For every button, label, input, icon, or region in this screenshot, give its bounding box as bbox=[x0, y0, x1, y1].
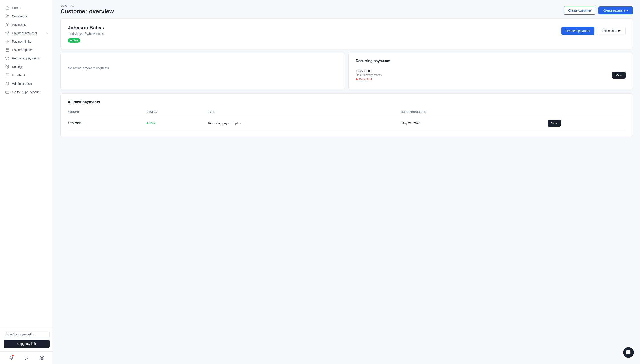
sidebar-item-payments[interactable]: Payments bbox=[0, 20, 53, 29]
page-header: SUPERPAY Customer overview Create custom… bbox=[53, 0, 640, 18]
sidebar-item-stripe-label: Go to Stripe account bbox=[12, 90, 41, 94]
past-payments-card: All past payments AMOUNT STATUS TYPE DAT… bbox=[60, 94, 633, 137]
chat-icon bbox=[626, 350, 631, 355]
sidebar-item-stripe[interactable]: Go to Stripe account bbox=[0, 88, 53, 96]
cancelled-label: Cancelled bbox=[359, 78, 372, 81]
users-icon bbox=[5, 14, 9, 18]
sidebar-item-payments-label: Payments bbox=[12, 23, 26, 26]
logout-button[interactable] bbox=[23, 354, 30, 361]
message-icon bbox=[5, 73, 9, 77]
shield-icon bbox=[5, 82, 9, 86]
svg-point-13 bbox=[41, 357, 43, 358]
view-recurring-button[interactable]: View bbox=[612, 72, 625, 78]
sidebar-item-recurring-payments[interactable]: Recurring payments bbox=[0, 54, 53, 62]
sidebar-item-administration[interactable]: Administration bbox=[0, 80, 53, 88]
cancelled-dot bbox=[356, 78, 358, 80]
col-status: STATUS bbox=[147, 109, 208, 116]
user-circle-icon bbox=[40, 356, 44, 360]
layers-icon bbox=[5, 23, 9, 27]
row-type: Recurring payment plan bbox=[208, 116, 401, 130]
customer-email: modivid221@whowlft.com bbox=[68, 32, 104, 36]
header-actions: Create customer Create payment ▾ bbox=[564, 6, 633, 15]
row-view-action: View bbox=[548, 116, 625, 130]
request-payment-button[interactable]: Request payment bbox=[561, 27, 595, 35]
past-payments-table: AMOUNT STATUS TYPE DATE PROCESSED 1.35 G… bbox=[68, 109, 625, 130]
view-payment-button[interactable]: View bbox=[548, 120, 561, 126]
sidebar-footer bbox=[0, 351, 53, 364]
recurring-payment-details: 1.35 GBP Recurs every month Cancelled bbox=[356, 69, 381, 81]
sidebar-item-payment-links[interactable]: Payment links bbox=[0, 37, 53, 46]
customer-name: Johnson Babys bbox=[68, 25, 104, 31]
page-title: Customer overview bbox=[60, 8, 114, 15]
sidebar-item-customers[interactable]: Customers bbox=[0, 12, 53, 20]
recurring-frequency: Recurs every month bbox=[356, 73, 381, 76]
table-row: 1.35 GBP Paid Recurring payment plan May… bbox=[68, 116, 625, 130]
breadcrumb: SUPERPAY bbox=[60, 4, 114, 7]
recurring-payments-panel: Recurring payments 1.35 GBP Recurs every… bbox=[348, 52, 633, 90]
sidebar-item-administration-label: Administration bbox=[12, 82, 32, 86]
recurring-payments-title: Recurring payments bbox=[356, 59, 625, 63]
sidebar-item-payment-plans[interactable]: Payment plans bbox=[0, 46, 53, 54]
svg-point-8 bbox=[7, 66, 8, 68]
two-col-section: No active payment requests Recurring pay… bbox=[60, 52, 633, 90]
recurring-amount: 1.35 GBP bbox=[356, 69, 381, 73]
sidebar-item-recurring-payments-label: Recurring payments bbox=[12, 56, 40, 60]
logout-icon bbox=[25, 356, 29, 360]
past-payments-title: All past payments bbox=[68, 100, 625, 104]
no-active-requests-text: No active payment requests bbox=[68, 59, 338, 77]
create-customer-button[interactable]: Create customer bbox=[564, 6, 596, 15]
notification-badge bbox=[12, 355, 14, 356]
row-amount: 1.35 GBP bbox=[68, 116, 147, 130]
sidebar: Home Customers Payments Payment requests… bbox=[0, 0, 53, 364]
copy-pay-link-button[interactable]: Copy pay link bbox=[4, 340, 50, 348]
sidebar-item-payment-requests[interactable]: Payment requests ▾ bbox=[0, 29, 53, 37]
notifications-button[interactable] bbox=[8, 354, 15, 361]
payment-requests-panel: No active payment requests bbox=[60, 52, 345, 90]
recurring-status: Cancelled bbox=[356, 78, 381, 81]
create-payment-button[interactable]: Create payment ▾ bbox=[598, 6, 633, 14]
svg-point-12 bbox=[40, 356, 44, 360]
calendar-icon bbox=[5, 48, 9, 52]
sidebar-item-settings-label: Settings bbox=[12, 65, 23, 68]
send-icon bbox=[5, 31, 9, 35]
main-content: SUPERPAY Customer overview Create custom… bbox=[53, 0, 640, 364]
col-date: DATE PROCESSED bbox=[401, 109, 548, 116]
customer-status-badge: Active bbox=[68, 38, 80, 42]
sidebar-item-payment-plans-label: Payment plans bbox=[12, 48, 33, 52]
svg-marker-1 bbox=[6, 23, 9, 25]
paid-dot bbox=[147, 122, 148, 124]
sidebar-item-payment-requests-label: Payment requests bbox=[12, 31, 37, 35]
sidebar-item-customers-label: Customers bbox=[12, 14, 27, 18]
row-date: May 21, 2020 bbox=[401, 116, 548, 130]
content-area: Johnson Babys modivid221@whowlft.com Act… bbox=[53, 18, 640, 144]
sidebar-item-settings[interactable]: Settings bbox=[0, 62, 53, 71]
paid-label: Paid bbox=[150, 122, 156, 125]
recurring-payment-item: 1.35 GBP Recurs every month Cancelled Vi… bbox=[356, 66, 625, 84]
sidebar-bottom: Copy pay link bbox=[0, 327, 53, 351]
sidebar-item-feedback[interactable]: Feedback bbox=[0, 71, 53, 80]
edit-customer-button[interactable]: Edit customer bbox=[597, 27, 625, 35]
pay-link-input[interactable] bbox=[4, 331, 50, 338]
customer-action-buttons: Request payment Edit customer bbox=[561, 27, 625, 35]
col-action bbox=[548, 109, 625, 116]
chat-button[interactable] bbox=[623, 347, 634, 358]
sidebar-item-payment-links-label: Payment links bbox=[12, 40, 31, 43]
col-amount: AMOUNT bbox=[68, 109, 147, 116]
row-status: Paid bbox=[147, 116, 208, 130]
svg-rect-9 bbox=[6, 91, 9, 94]
chevron-down-icon: ▾ bbox=[627, 9, 628, 12]
svg-rect-4 bbox=[6, 48, 9, 52]
sidebar-item-feedback-label: Feedback bbox=[12, 74, 26, 77]
user-profile-button[interactable] bbox=[39, 354, 46, 361]
customer-info: Johnson Babys modivid221@whowlft.com Act… bbox=[68, 25, 104, 42]
home-icon bbox=[5, 6, 9, 10]
chevron-down-icon: ▾ bbox=[47, 32, 48, 34]
sidebar-nav: Home Customers Payments Payment requests… bbox=[0, 0, 53, 327]
page-header-left: SUPERPAY Customer overview bbox=[60, 4, 114, 15]
sidebar-item-home[interactable]: Home bbox=[0, 4, 53, 12]
col-type: TYPE bbox=[208, 109, 401, 116]
refresh-icon bbox=[5, 56, 9, 60]
card-icon bbox=[5, 90, 9, 94]
link-icon bbox=[5, 40, 9, 44]
svg-point-0 bbox=[6, 15, 8, 16]
